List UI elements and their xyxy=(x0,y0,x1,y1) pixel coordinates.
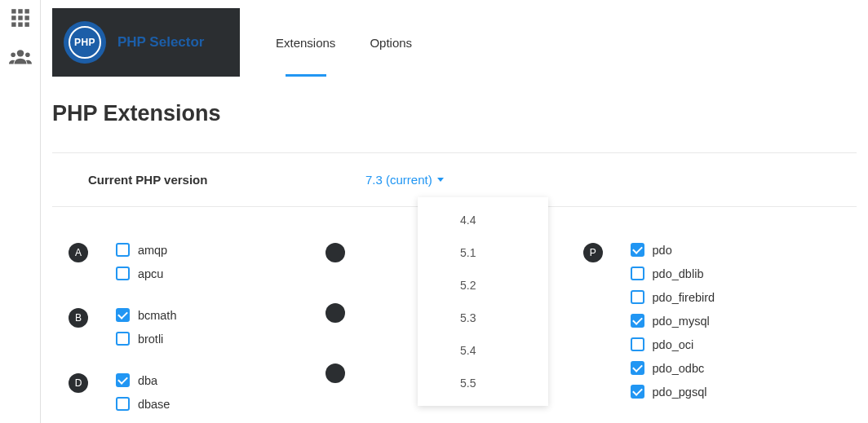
dropdown-item[interactable]: 5.2 xyxy=(418,269,548,302)
ext-item: pdo_mysql xyxy=(631,314,715,328)
svg-rect-5 xyxy=(24,15,29,20)
svg-rect-4 xyxy=(18,15,22,20)
dropdown-item[interactable]: 5.4 xyxy=(418,334,548,367)
ext-item: pdo_pgsql xyxy=(631,385,715,399)
version-label: Current PHP version xyxy=(88,173,365,187)
letter-group-a: A amqp apcu xyxy=(69,243,326,290)
svg-rect-3 xyxy=(11,15,16,20)
app-title: PHP Selector xyxy=(117,34,204,51)
svg-rect-8 xyxy=(24,22,29,26)
letter-badge: P xyxy=(583,243,603,262)
letter-badge xyxy=(326,303,345,323)
ext-item: pdo_dblib xyxy=(631,267,715,280)
ext-item: apcu xyxy=(116,267,167,280)
checkbox-pdo-firebird[interactable] xyxy=(631,290,644,304)
ext-label: dbase xyxy=(138,398,170,411)
letter-group-p: P pdo pdo_dblib pdo_firebird xyxy=(583,243,840,408)
ext-label: apcu xyxy=(138,267,163,280)
letter-group-d: D dba dbase xyxy=(69,373,326,421)
dropdown-item[interactable]: 4.4 xyxy=(418,204,548,236)
ext-item: pdo_firebird xyxy=(631,290,715,304)
svg-point-9 xyxy=(16,50,23,56)
column-right: P pdo pdo_dblib pdo_firebird xyxy=(583,243,840,423)
php-logo-icon: PHP xyxy=(64,21,106,64)
letter-badge: A xyxy=(69,243,88,262)
checkbox-pdo-mysql[interactable] xyxy=(631,314,644,328)
tabs: Extensions Options xyxy=(240,8,868,77)
ext-item: brotli xyxy=(116,332,177,346)
header-brand: PHP PHP Selector xyxy=(52,8,240,77)
checkbox-pdo-oci[interactable] xyxy=(631,337,644,351)
version-row: Current PHP version 7.3 (current) 4.4 5.… xyxy=(52,173,857,206)
letter-badge xyxy=(326,243,345,262)
tab-options[interactable]: Options xyxy=(366,8,415,77)
content-area: PHP Extensions Current PHP version 7.3 (… xyxy=(41,77,868,423)
sidebar xyxy=(0,0,41,423)
ext-item: bcmath xyxy=(116,308,177,322)
chevron-down-icon xyxy=(437,178,444,182)
version-dropdown-menu: 4.4 5.1 5.2 5.3 5.4 5.5 xyxy=(418,197,548,406)
ext-item: pdo_oci xyxy=(631,337,715,351)
ext-label: pdo_mysql xyxy=(653,315,710,328)
ext-item: pdo xyxy=(631,243,715,257)
ext-item: dba xyxy=(116,373,170,387)
ext-label: pdo_pgsql xyxy=(653,386,707,399)
dropdown-item[interactable]: 5.1 xyxy=(418,236,548,269)
version-value-text: 7.3 (current) xyxy=(365,173,432,187)
ext-label: dba xyxy=(138,374,157,387)
checkbox-pdo-odbc[interactable] xyxy=(631,361,644,375)
letter-badge: D xyxy=(69,373,88,393)
ext-label: bcmath xyxy=(138,309,177,322)
ext-item: pdo_odbc xyxy=(631,361,715,375)
ext-item: dbase xyxy=(116,397,170,411)
ext-label: amqp xyxy=(138,244,167,257)
svg-rect-7 xyxy=(18,22,22,26)
svg-rect-6 xyxy=(11,22,16,26)
main-content: PHP PHP Selector Extensions Options PHP … xyxy=(41,0,868,423)
svg-point-11 xyxy=(25,52,30,57)
dropdown-item[interactable]: 5.5 xyxy=(418,367,548,399)
column-left: A amqp apcu B xyxy=(69,243,326,423)
checkbox-pdo-pgsql[interactable] xyxy=(631,385,644,399)
letter-group-b: B bcmath brotli xyxy=(69,308,326,355)
users-icon[interactable] xyxy=(9,46,32,68)
checkbox-amqp[interactable] xyxy=(116,243,130,257)
tab-extensions[interactable]: Extensions xyxy=(272,8,339,77)
dropdown-item[interactable]: 5.3 xyxy=(418,302,548,334)
checkbox-dbase[interactable] xyxy=(116,397,130,411)
page-title: PHP Extensions xyxy=(52,101,857,126)
svg-rect-2 xyxy=(24,9,29,13)
checkbox-pdo[interactable] xyxy=(631,243,644,257)
ext-label: pdo_odbc xyxy=(653,362,705,375)
letter-badge xyxy=(326,364,345,383)
ext-label: pdo_dblib xyxy=(653,267,704,280)
divider xyxy=(52,152,857,153)
ext-item: amqp xyxy=(116,243,167,257)
version-dropdown-toggle[interactable]: 7.3 (current) xyxy=(365,173,444,187)
checkbox-apcu[interactable] xyxy=(116,267,130,280)
letter-badge: B xyxy=(69,308,88,328)
ext-label: pdo_oci xyxy=(653,338,694,351)
ext-label: pdo_firebird xyxy=(653,291,715,304)
apps-grid-icon[interactable] xyxy=(9,7,32,29)
ext-label: pdo xyxy=(653,244,672,257)
checkbox-pdo-dblib[interactable] xyxy=(631,267,644,280)
checkbox-brotli[interactable] xyxy=(116,332,130,346)
checkbox-dba[interactable] xyxy=(116,373,130,387)
svg-rect-0 xyxy=(11,9,16,13)
ext-label: brotli xyxy=(138,333,163,346)
checkbox-bcmath[interactable] xyxy=(116,308,130,322)
svg-rect-1 xyxy=(18,9,22,13)
svg-point-10 xyxy=(11,52,16,57)
